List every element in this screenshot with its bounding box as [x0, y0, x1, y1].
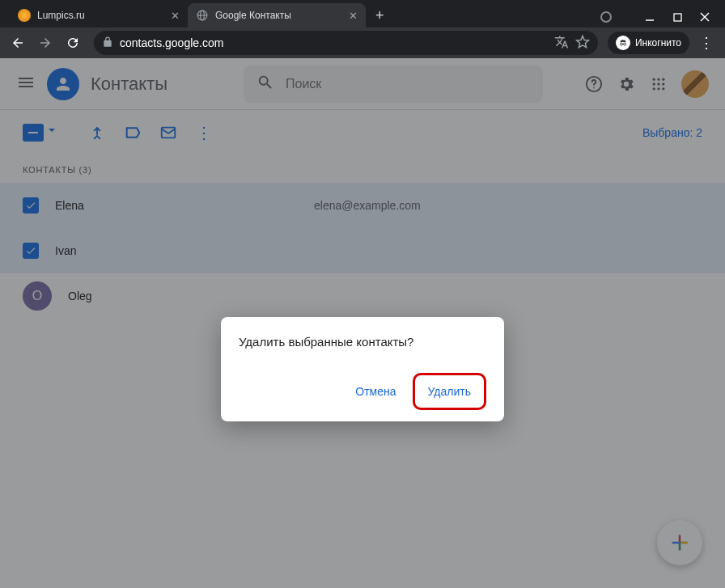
window-close-button[interactable]: [699, 11, 710, 23]
dialog-title: Удалить выбранные контакты?: [239, 335, 486, 349]
cancel-button[interactable]: Отмена: [346, 373, 405, 410]
annotation-highlight: Удалить: [413, 373, 486, 410]
reload-button[interactable]: [61, 32, 84, 54]
window-maximize-button[interactable]: [672, 11, 683, 23]
close-tab-icon[interactable]: ✕: [171, 10, 180, 22]
close-tab-icon[interactable]: ✕: [349, 10, 358, 22]
browser-toolbar: contacts.google.com Инкогнито ⋮: [0, 27, 725, 58]
tab-title: Google Контакты: [215, 10, 342, 21]
translate-icon[interactable]: [554, 35, 569, 52]
browser-menu-button[interactable]: ⋮: [694, 34, 719, 52]
svg-rect-4: [674, 14, 681, 21]
confirm-delete-dialog: Удалить выбранные контакты? Отмена Удали…: [221, 317, 504, 421]
bookmark-icon[interactable]: [575, 35, 590, 52]
incognito-indicator-icon: [600, 11, 612, 23]
incognito-label: Инкогнито: [635, 37, 681, 49]
url-text: contacts.google.com: [120, 36, 223, 49]
delete-button[interactable]: Удалить: [418, 379, 481, 404]
incognito-icon: [616, 36, 630, 50]
favicon-icon: [18, 9, 31, 22]
browser-tab[interactable]: Lumpics.ru ✕: [10, 3, 188, 27]
browser-titlebar: Lumpics.ru ✕ Google Контакты ✕ +: [0, 0, 725, 27]
address-bar[interactable]: contacts.google.com: [94, 31, 598, 55]
svg-point-8: [623, 43, 625, 45]
incognito-profile[interactable]: Инкогнито: [608, 32, 689, 54]
lock-icon: [102, 36, 113, 50]
svg-point-7: [620, 43, 622, 45]
new-tab-button[interactable]: +: [366, 3, 394, 27]
app-viewport: Контакты ⋮ Выбрано: 2 КОНТАКТЫ (3) Elena…: [0, 58, 725, 588]
browser-tab-active[interactable]: Google Контакты ✕: [188, 3, 366, 27]
window-minimize-button[interactable]: [644, 11, 655, 23]
tab-title: Lumpics.ru: [37, 10, 164, 21]
forward-button[interactable]: [34, 32, 57, 54]
back-button[interactable]: [6, 32, 29, 54]
favicon-icon: [196, 9, 209, 22]
